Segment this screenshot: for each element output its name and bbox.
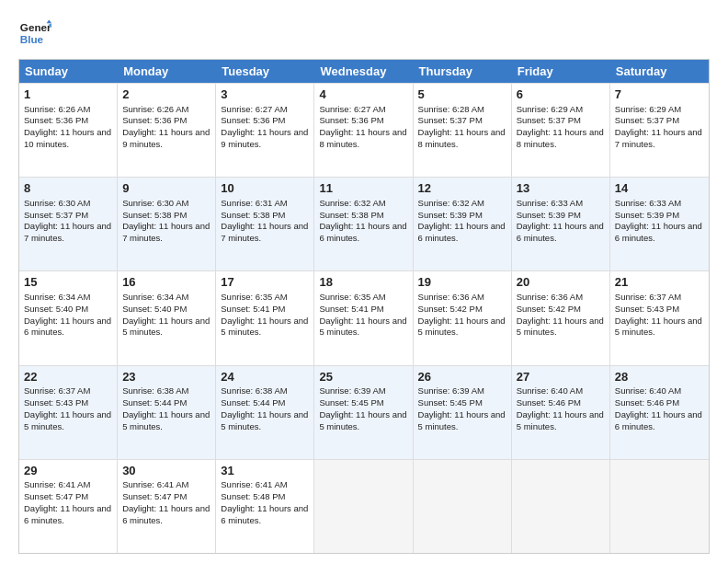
calendar-row-2: 8Sunrise: 6:30 AMSunset: 5:37 PMDaylight… <box>19 177 709 270</box>
calendar-header-thursday: Thursday <box>414 60 512 83</box>
calendar-cell-2: 2Sunrise: 6:26 AMSunset: 5:36 PMDaylight… <box>118 84 216 177</box>
logo: General Blue <box>18 17 51 50</box>
calendar-cell-25: 25Sunrise: 6:39 AMSunset: 5:45 PMDayligh… <box>314 366 413 459</box>
calendar-cell-23: 23Sunrise: 6:38 AMSunset: 5:44 PMDayligh… <box>118 366 216 459</box>
day-number: 31 <box>221 463 309 479</box>
calendar-cell-26: 26Sunrise: 6:39 AMSunset: 5:45 PMDayligh… <box>414 366 512 459</box>
day-number: 2 <box>122 86 210 103</box>
day-number: 21 <box>615 274 704 291</box>
calendar-cell-7: 7Sunrise: 6:29 AMSunset: 5:37 PMDaylight… <box>610 84 709 177</box>
calendar-cell-29: 29Sunrise: 6:41 AMSunset: 5:47 PMDayligh… <box>19 460 118 553</box>
day-number: 11 <box>319 180 407 197</box>
calendar-cell-19: 19Sunrise: 6:36 AMSunset: 5:42 PMDayligh… <box>414 271 512 364</box>
day-number: 25 <box>319 369 407 385</box>
calendar-cell-9: 9Sunrise: 6:30 AMSunset: 5:38 PMDaylight… <box>118 178 216 270</box>
calendar-cell-17: 17Sunrise: 6:35 AMSunset: 5:41 PMDayligh… <box>216 271 314 364</box>
day-number: 29 <box>24 463 112 479</box>
page: General Blue SundayMondayTuesdayWednesda… <box>0 0 728 563</box>
calendar-cell-31: 31Sunrise: 6:41 AMSunset: 5:48 PMDayligh… <box>216 460 314 553</box>
calendar-cell-13: 13Sunrise: 6:33 AMSunset: 5:39 PMDayligh… <box>512 178 610 270</box>
calendar-cell-28: 28Sunrise: 6:40 AMSunset: 5:46 PMDayligh… <box>610 366 709 459</box>
calendar-cell-8: 8Sunrise: 6:30 AMSunset: 5:37 PMDaylight… <box>19 178 118 270</box>
calendar-header-wednesday: Wednesday <box>314 60 413 83</box>
calendar-cell-empty <box>512 460 610 553</box>
header: General Blue <box>18 17 710 50</box>
calendar-cell-empty <box>314 460 413 553</box>
calendar-row-4: 22Sunrise: 6:37 AMSunset: 5:43 PMDayligh… <box>19 365 709 459</box>
day-number: 8 <box>24 180 112 197</box>
day-number: 1 <box>24 86 112 103</box>
calendar-body: 1Sunrise: 6:26 AMSunset: 5:36 PMDaylight… <box>19 83 709 553</box>
calendar-cell-18: 18Sunrise: 6:35 AMSunset: 5:41 PMDayligh… <box>314 271 413 364</box>
calendar-cell-12: 12Sunrise: 6:32 AMSunset: 5:39 PMDayligh… <box>414 178 512 270</box>
calendar-header-saturday: Saturday <box>610 60 709 83</box>
day-number: 28 <box>615 369 704 385</box>
day-number: 17 <box>221 274 309 291</box>
calendar-row-3: 15Sunrise: 6:34 AMSunset: 5:40 PMDayligh… <box>19 270 709 364</box>
svg-text:Blue: Blue <box>20 33 44 45</box>
day-number: 10 <box>221 180 309 197</box>
day-number: 26 <box>418 369 506 385</box>
day-number: 19 <box>418 274 506 291</box>
calendar-cell-6: 6Sunrise: 6:29 AMSunset: 5:37 PMDaylight… <box>512 84 610 177</box>
calendar-cell-16: 16Sunrise: 6:34 AMSunset: 5:40 PMDayligh… <box>118 271 216 364</box>
day-number: 24 <box>221 369 309 385</box>
day-number: 23 <box>122 369 210 385</box>
calendar-cell-21: 21Sunrise: 6:37 AMSunset: 5:43 PMDayligh… <box>610 271 709 364</box>
day-number: 14 <box>615 180 704 197</box>
day-number: 5 <box>418 86 506 103</box>
calendar-cell-5: 5Sunrise: 6:28 AMSunset: 5:37 PMDaylight… <box>414 84 512 177</box>
day-number: 13 <box>517 180 605 197</box>
calendar-cell-3: 3Sunrise: 6:27 AMSunset: 5:36 PMDaylight… <box>216 84 314 177</box>
day-number: 6 <box>517 86 605 103</box>
calendar-cell-20: 20Sunrise: 6:36 AMSunset: 5:42 PMDayligh… <box>512 271 610 364</box>
calendar-cell-11: 11Sunrise: 6:32 AMSunset: 5:38 PMDayligh… <box>314 178 413 270</box>
calendar-header-sunday: Sunday <box>19 60 118 83</box>
calendar-header-tuesday: Tuesday <box>216 60 314 83</box>
day-number: 3 <box>221 86 309 103</box>
calendar-row-1: 1Sunrise: 6:26 AMSunset: 5:36 PMDaylight… <box>19 83 709 177</box>
calendar-row-5: 29Sunrise: 6:41 AMSunset: 5:47 PMDayligh… <box>19 459 709 553</box>
day-number: 4 <box>319 86 407 103</box>
day-number: 7 <box>615 86 704 103</box>
logo-icon: General Blue <box>18 17 51 50</box>
day-number: 22 <box>24 369 112 385</box>
calendar-cell-15: 15Sunrise: 6:34 AMSunset: 5:40 PMDayligh… <box>19 271 118 364</box>
calendar-cell-24: 24Sunrise: 6:38 AMSunset: 5:44 PMDayligh… <box>216 366 314 459</box>
calendar-cell-empty <box>610 460 709 553</box>
day-number: 30 <box>122 463 210 479</box>
calendar-cell-4: 4Sunrise: 6:27 AMSunset: 5:36 PMDaylight… <box>314 84 413 177</box>
calendar: SundayMondayTuesdayWednesdayThursdayFrid… <box>18 59 710 554</box>
calendar-cell-27: 27Sunrise: 6:40 AMSunset: 5:46 PMDayligh… <box>512 366 610 459</box>
calendar-cell-14: 14Sunrise: 6:33 AMSunset: 5:39 PMDayligh… <box>610 178 709 270</box>
day-number: 27 <box>517 369 605 385</box>
day-number: 9 <box>122 180 210 197</box>
calendar-header-friday: Friday <box>512 60 610 83</box>
day-number: 16 <box>122 274 210 291</box>
calendar-cell-1: 1Sunrise: 6:26 AMSunset: 5:36 PMDaylight… <box>19 84 118 177</box>
day-number: 12 <box>418 180 506 197</box>
day-number: 15 <box>24 274 112 291</box>
calendar-cell-30: 30Sunrise: 6:41 AMSunset: 5:47 PMDayligh… <box>118 460 216 553</box>
calendar-header: SundayMondayTuesdayWednesdayThursdayFrid… <box>19 60 709 83</box>
calendar-cell-10: 10Sunrise: 6:31 AMSunset: 5:38 PMDayligh… <box>216 178 314 270</box>
calendar-header-monday: Monday <box>118 60 216 83</box>
day-number: 18 <box>319 274 407 291</box>
calendar-cell-22: 22Sunrise: 6:37 AMSunset: 5:43 PMDayligh… <box>19 366 118 459</box>
calendar-cell-empty <box>414 460 512 553</box>
day-number: 20 <box>517 274 605 291</box>
